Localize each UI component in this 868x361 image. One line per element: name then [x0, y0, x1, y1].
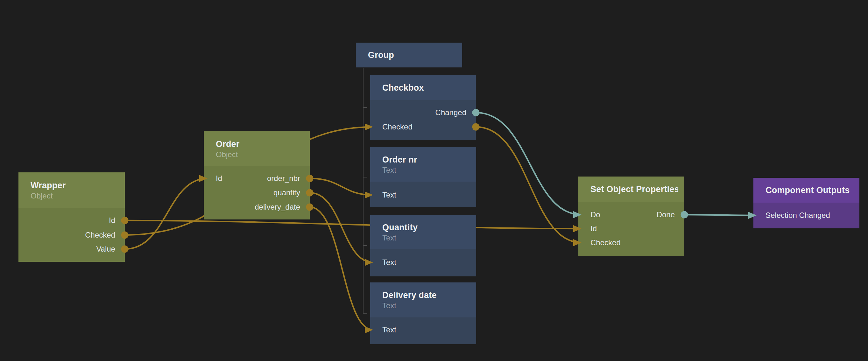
port-label-id: Id	[109, 216, 115, 225]
port-row: Id order_nbr	[204, 174, 310, 183]
port-label-checked: Checked	[85, 231, 115, 239]
port-label-id: Id	[590, 224, 597, 233]
node-title: Component Outputs	[766, 185, 853, 196]
node-subtitle: Object	[216, 150, 303, 159]
port-row: Id	[19, 216, 125, 225]
node-quantity[interactable]: Quantity Text Text	[370, 215, 476, 276]
port-label-quantity: quantity	[273, 188, 300, 197]
node-checkbox[interactable]: Checkbox Changed Checked	[370, 75, 476, 140]
port-label-done: Done	[657, 210, 675, 219]
node-graph-canvas[interactable]: Wrapper Object Id Checked Value Order Ob…	[0, 0, 868, 361]
node-title: Quantity	[382, 222, 470, 233]
node-sop-header: Set Object Properties	[578, 176, 684, 202]
port-row: Checked	[370, 123, 476, 131]
node-subtitle: Text	[382, 301, 470, 310]
node-wrapper[interactable]: Wrapper Object Id Checked Value	[19, 172, 125, 262]
node-order-nr[interactable]: Order nr Text Text	[370, 147, 476, 207]
wire-sop-done-to-componentoutputs[interactable]	[684, 215, 756, 215]
port-label-selection-changed: Selection Changed	[766, 211, 830, 220]
port-row: Selection Changed	[753, 211, 859, 220]
port-row: Text	[370, 325, 476, 334]
node-component-outputs-header: Component Outputs	[753, 178, 859, 203]
wire-wrapper-value-to-order-id[interactable]	[125, 178, 208, 249]
node-subtitle: Text	[382, 165, 470, 175]
port-label-value: Value	[96, 244, 115, 254]
node-subtitle: Text	[382, 233, 470, 243]
port-label-checked: Checked	[590, 238, 621, 247]
port-label-text: Text	[382, 325, 396, 334]
wire-wrapper-id-to-sop-id[interactable]	[125, 221, 582, 229]
node-order[interactable]: Order Object Id order_nbr quantity deliv…	[204, 131, 310, 220]
port-label-id: Id	[216, 174, 222, 183]
wire-order-nbr-to-ordernr-text[interactable]	[310, 178, 373, 195]
port-label-delivery-date: delivery_date	[255, 203, 300, 211]
node-title: Set Object Properties	[590, 184, 678, 195]
port-label-text: Text	[382, 258, 396, 267]
port-row: delivery_date	[204, 203, 310, 211]
port-row: Text	[370, 191, 476, 199]
node-title: Order	[216, 138, 303, 150]
node-quantity-header: Quantity Text	[370, 215, 476, 249]
port-row: Id	[578, 224, 684, 233]
port-label-checked: Checked	[382, 123, 412, 131]
node-title: Delivery date	[382, 289, 470, 301]
group-tree-ticks	[363, 107, 367, 245]
node-group-header: Group	[356, 43, 462, 67]
port-row: Text	[370, 258, 476, 267]
wire-checkbox-changed-to-sop-do[interactable]	[476, 112, 582, 215]
port-row: quantity	[204, 188, 310, 197]
node-checkbox-header: Checkbox	[370, 75, 476, 100]
port-row: Checked	[19, 231, 125, 239]
port-label-changed: Changed	[435, 108, 466, 117]
port-row: Value	[19, 244, 125, 254]
node-title: Wrapper	[31, 180, 118, 191]
port-label-order-nbr: order_nbr	[267, 174, 300, 183]
node-subtitle: Object	[31, 191, 118, 201]
node-order-nr-header: Order nr Text	[370, 147, 476, 182]
node-set-object-properties[interactable]: Set Object Properties Do Done Id Checked	[578, 176, 684, 256]
node-delivery-date-header: Delivery date Text	[370, 283, 476, 318]
port-row: Do Done	[578, 210, 684, 219]
node-wrapper-header: Wrapper Object	[19, 172, 125, 208]
node-order-header: Order Object	[204, 131, 310, 166]
node-group[interactable]: Group	[356, 43, 462, 67]
port-label-text: Text	[382, 191, 396, 199]
port-label-do: Do	[590, 210, 600, 219]
wire-delivery-date-to-deliverydate-text[interactable]	[310, 207, 373, 330]
node-title: Group	[368, 49, 456, 61]
wire-quantity-to-quantity-text[interactable]	[310, 193, 373, 262]
port-row: Checked	[578, 238, 684, 247]
node-component-outputs[interactable]: Component Outputs Selection Changed	[753, 178, 859, 228]
node-title: Order nr	[382, 154, 470, 165]
wire-checkbox-checked-to-sop-checked[interactable]	[476, 127, 582, 243]
node-title: Checkbox	[382, 82, 469, 94]
port-row: Changed	[370, 108, 476, 117]
group-tree-line	[363, 68, 367, 313]
node-delivery-date[interactable]: Delivery date Text Text	[370, 283, 476, 344]
